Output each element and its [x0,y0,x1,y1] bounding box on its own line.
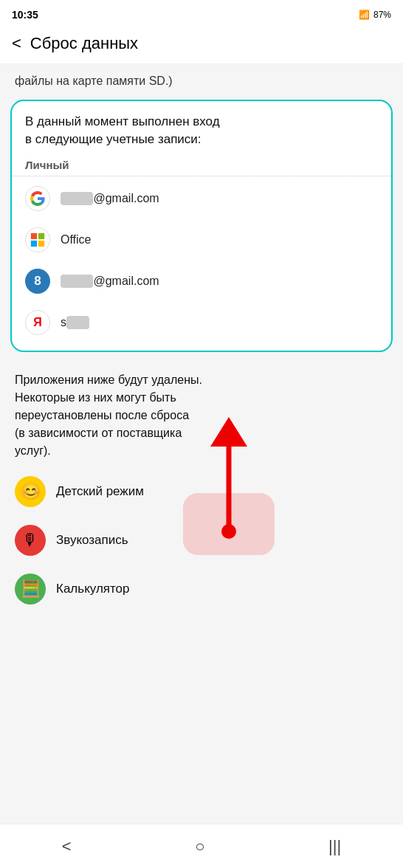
svg-rect-0 [31,232,37,238]
account-yandex-text: s [61,316,89,329]
calculator-icon: 🧮 [15,574,46,604]
blurred-yandex [66,316,89,329]
nav-back-button[interactable]: < [47,831,86,862]
partial-top-text: файлы на карте памяти SD.) [0,64,403,97]
battery-icon: 87% [373,10,391,20]
svg-rect-1 [38,232,44,238]
status-icons: 📶 87% [359,10,391,20]
description-text: Приложения ниже будут удалены. Некоторые… [0,361,403,467]
svg-rect-2 [31,241,37,247]
app-label-sound: Звукозапись [56,533,128,548]
account-office-text: Office [61,233,92,247]
yandex-icon: Я [25,310,50,335]
app-label-kids: Детский режим [56,484,144,499]
google-icon [25,186,50,211]
header: < Сброс данных [0,27,403,64]
card-title: В данный момент выполнен входв следующие… [12,113,391,159]
page-title: Сброс данных [30,34,138,53]
app-label-calc: Калькулятор [56,582,130,596]
google2-icon: 8 [25,269,50,294]
office-icon [25,227,50,252]
svg-rect-3 [38,241,44,247]
kids-mode-icon: 😊 [15,476,46,507]
app-item-sound: 🎙 Звукозапись [0,516,403,565]
nav-recent-button[interactable]: ||| [314,831,356,862]
app-item-kids: 😊 Детский режим [0,467,403,516]
sound-recorder-icon: 🎙 [15,525,46,556]
account-item-office: Office [12,219,391,261]
wifi-icon: 📶 [359,10,370,20]
back-button[interactable]: < [12,34,21,53]
app-item-calc: 🧮 Калькулятор [0,565,403,613]
section-label-personal: Личный [12,159,391,176]
bottom-navigation: < ○ ||| [0,824,403,868]
account-item-yandex: Я s [12,302,391,343]
account-gmail2-text: @gmail.com [61,275,159,288]
status-bar: 10:35 📶 87% [0,0,403,27]
account-item-google1: @gmail.com [12,178,391,219]
accounts-card: В данный момент выполнен входв следующие… [10,100,393,352]
blurred-email2 [61,275,93,288]
nav-home-button[interactable]: ○ [180,831,219,862]
content-area: файлы на карте памяти SD.) В данный моме… [0,64,403,613]
blurred-email1 [61,192,93,205]
account-item-google2: 8 @gmail.com [12,261,391,302]
status-time: 10:35 [12,9,38,21]
account-gmail1-text: @gmail.com [61,192,159,205]
